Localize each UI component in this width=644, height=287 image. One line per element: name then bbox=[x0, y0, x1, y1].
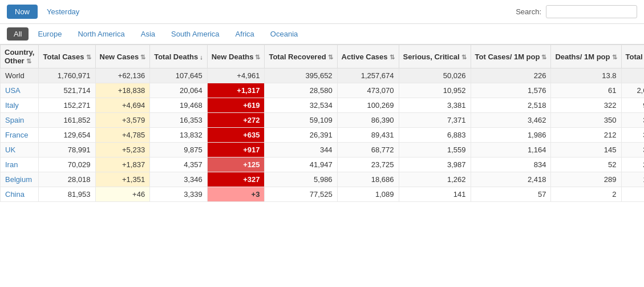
cell-country[interactable]: Spain bbox=[1, 113, 39, 128]
cell-serious_critical: 6,883 bbox=[399, 128, 471, 143]
cell-serious_critical: 1,559 bbox=[399, 143, 471, 157]
cell-total_tests bbox=[621, 68, 644, 83]
cell-total_deaths: 20,064 bbox=[150, 83, 208, 98]
cell-country[interactable]: Belgium bbox=[1, 172, 39, 187]
country-link[interactable]: China bbox=[5, 190, 25, 199]
tab-europe[interactable]: Europe bbox=[31, 27, 68, 41]
cell-total_recovered: 395,652 bbox=[265, 68, 337, 83]
cell-tot_cases_1m: 1,576 bbox=[471, 83, 551, 98]
col-header-tot_cases_1m[interactable]: Tot Cases/ 1M pop ⇅ bbox=[471, 45, 551, 68]
cell-serious_critical: 3,381 bbox=[399, 98, 471, 113]
cell-total_cases: 521,714 bbox=[39, 83, 95, 98]
table-row: USA521,714+18,83820,064+1,31728,580473,0… bbox=[1, 83, 645, 98]
top-bar: Now Yesterday Search: bbox=[0, 0, 644, 24]
country-link[interactable]: Italy bbox=[5, 101, 19, 110]
tab-africa[interactable]: Africa bbox=[229, 27, 261, 41]
tabs-bar: AllEuropeNorth AmericaAsiaSouth AmericaA… bbox=[0, 24, 644, 45]
cell-tot_cases_1m: 2,418 bbox=[471, 172, 551, 187]
country-link[interactable]: USA bbox=[5, 86, 21, 95]
sort-icon-serious_critical: ⇅ bbox=[461, 54, 467, 61]
cell-tot_cases_1m: 1,164 bbox=[471, 143, 551, 157]
tab-asia[interactable]: Asia bbox=[134, 27, 162, 41]
table-row: Iran70,029+1,8374,357+12541,94723,7253,9… bbox=[1, 157, 645, 172]
table-row: France129,654+4,78513,832+63526,39189,43… bbox=[1, 128, 645, 143]
cell-active_cases: 1,257,674 bbox=[337, 68, 399, 83]
cell-country[interactable]: France bbox=[1, 128, 39, 143]
col-header-active_cases[interactable]: Active Cases ⇅ bbox=[337, 45, 399, 68]
col-header-country[interactable]: Country,Other ⇅ bbox=[1, 45, 39, 68]
cell-total_tests: 333,807 bbox=[621, 128, 644, 143]
cell-total_cases: 70,029 bbox=[39, 157, 95, 172]
col-header-new_cases[interactable]: New Cases ⇅ bbox=[95, 45, 150, 68]
col-header-total_cases[interactable]: Total Cases ⇅ bbox=[39, 45, 95, 68]
cell-country[interactable]: China bbox=[1, 187, 39, 202]
cell-total_deaths: 13,832 bbox=[150, 128, 208, 143]
cell-total_tests: 355,000 bbox=[621, 113, 644, 128]
cell-total_cases: 161,852 bbox=[39, 113, 95, 128]
cell-active_cases: 18,686 bbox=[337, 172, 399, 187]
now-button[interactable]: Now bbox=[7, 5, 38, 19]
country-link[interactable]: UK bbox=[5, 145, 15, 154]
cell-tot_cases_1m: 834 bbox=[471, 157, 551, 172]
cell-country[interactable]: UK bbox=[1, 143, 39, 157]
cell-active_cases: 23,725 bbox=[337, 157, 399, 172]
cell-active_cases: 473,070 bbox=[337, 83, 399, 98]
col-header-deaths_1m[interactable]: Deaths/ 1M pop ⇅ bbox=[551, 45, 621, 68]
cell-deaths_1m: 52 bbox=[551, 157, 621, 172]
data-table-wrapper: Country,Other ⇅Total Cases ⇅New Cases ⇅T… bbox=[0, 45, 644, 202]
cell-deaths_1m: 61 bbox=[551, 83, 621, 98]
sort-icon-total_recovered: ⇅ bbox=[328, 54, 333, 61]
country-link[interactable]: Spain bbox=[5, 116, 24, 124]
tab-north-america[interactable]: North America bbox=[71, 27, 131, 41]
cell-new_deaths: +1,317 bbox=[207, 83, 265, 98]
cell-total_deaths: 19,468 bbox=[150, 98, 208, 113]
country-link[interactable]: Iran bbox=[5, 160, 18, 169]
cell-total_recovered: 32,534 bbox=[265, 98, 337, 113]
cell-new_cases: +4,785 bbox=[95, 128, 150, 143]
col-header-new_deaths[interactable]: New Deaths ⇅ bbox=[207, 45, 265, 68]
cell-total_cases: 152,271 bbox=[39, 98, 95, 113]
country-link[interactable]: France bbox=[5, 131, 28, 139]
tab-south-america[interactable]: South America bbox=[164, 27, 226, 41]
table-row: Spain161,852+3,57916,353+27259,10986,390… bbox=[1, 113, 645, 128]
covid-table: Country,Other ⇅Total Cases ⇅New Cases ⇅T… bbox=[0, 45, 644, 202]
table-row: Italy152,271+4,69419,468+61932,534100,26… bbox=[1, 98, 645, 113]
cell-deaths_1m: 145 bbox=[551, 143, 621, 157]
cell-country[interactable]: Iran bbox=[1, 157, 39, 172]
search-area: Search: bbox=[516, 5, 637, 18]
cell-total_cases: 78,991 bbox=[39, 143, 95, 157]
cell-new_cases: +4,694 bbox=[95, 98, 150, 113]
tab-all[interactable]: All bbox=[7, 27, 29, 41]
sort-icon-deaths_1m: ⇅ bbox=[612, 54, 617, 61]
cell-total_recovered: 41,947 bbox=[265, 157, 337, 172]
cell-new_deaths: +3 bbox=[207, 187, 265, 202]
cell-deaths_1m: 13.8 bbox=[551, 68, 621, 83]
col-header-total_recovered[interactable]: Total Recovered ⇅ bbox=[265, 45, 337, 68]
col-header-serious_critical[interactable]: Serious, Critical ⇅ bbox=[399, 45, 471, 68]
cell-total_recovered: 344 bbox=[265, 143, 337, 157]
cell-tot_cases_1m: 226 bbox=[471, 68, 551, 83]
tab-oceania[interactable]: Oceania bbox=[264, 27, 305, 41]
sort-icon-new_deaths: ⇅ bbox=[255, 54, 260, 61]
cell-new_cases: +1,351 bbox=[95, 172, 150, 187]
cell-deaths_1m: 322 bbox=[551, 98, 621, 113]
cell-country[interactable]: Italy bbox=[1, 98, 39, 113]
sort-icon-active_cases: ⇅ bbox=[390, 54, 395, 61]
cell-deaths_1m: 350 bbox=[551, 113, 621, 128]
cell-new_deaths: +272 bbox=[207, 113, 265, 128]
cell-new_cases: +62,136 bbox=[95, 68, 150, 83]
country-link[interactable]: Belgium bbox=[5, 175, 32, 184]
col-header-total_deaths[interactable]: Total Deaths ↓ bbox=[150, 45, 208, 68]
table-row: Belgium28,018+1,3513,346+3275,98618,6861… bbox=[1, 172, 645, 187]
cell-deaths_1m: 289 bbox=[551, 172, 621, 187]
col-header-total_tests[interactable]: Total Tests ⇅ bbox=[621, 45, 644, 68]
cell-new_deaths: +917 bbox=[207, 143, 265, 157]
cell-country[interactable]: USA bbox=[1, 83, 39, 98]
search-input[interactable] bbox=[546, 5, 637, 18]
cell-serious_critical: 141 bbox=[399, 187, 471, 202]
yesterday-button[interactable]: Yesterday bbox=[47, 7, 79, 16]
cell-total_deaths: 9,875 bbox=[150, 143, 208, 157]
cell-total_tests: 251,703 bbox=[621, 157, 644, 172]
cell-total_recovered: 28,580 bbox=[265, 83, 337, 98]
cell-tot_cases_1m: 1,986 bbox=[471, 128, 551, 143]
